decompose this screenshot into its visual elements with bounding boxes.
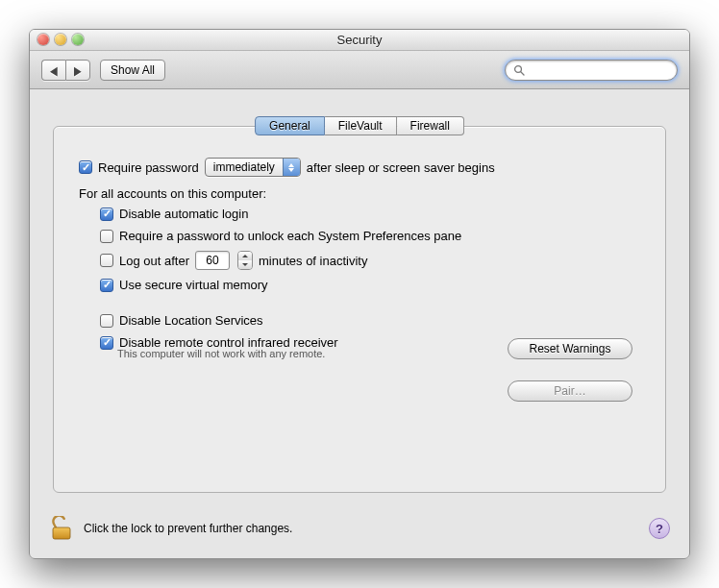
titlebar: Security: [30, 30, 689, 51]
tab-general[interactable]: General: [255, 116, 325, 135]
require-password-label: Require password: [98, 160, 199, 175]
require-password-suffix: after sleep or screen saver begins: [307, 160, 495, 175]
lock-icon[interactable]: [49, 516, 74, 541]
all-accounts-heading: For all accounts on this computer:: [79, 186, 640, 201]
require-password-prefs-label: Require a password to unlock each System…: [119, 229, 461, 243]
back-button[interactable]: ◀: [41, 60, 65, 81]
window-title: Security: [337, 33, 383, 47]
tab-filevault[interactable]: FileVault: [325, 116, 397, 135]
disable-location-row: Disable Location Services: [79, 313, 640, 328]
reset-warnings-button[interactable]: Reset Warnings: [508, 338, 632, 359]
log-out-suffix: minutes of inactivity: [259, 254, 367, 268]
disable-location-label: Disable Location Services: [119, 313, 263, 328]
svg-point-0: [515, 65, 522, 72]
svg-line-1: [521, 72, 524, 75]
general-pane: Require password immediately after sleep…: [53, 126, 666, 493]
log-out-prefix: Log out after: [119, 254, 189, 268]
chevron-left-icon: ◀: [50, 63, 58, 77]
chevron-right-icon: ▶: [74, 63, 82, 77]
search-icon: [513, 64, 525, 76]
select-value: immediately: [206, 160, 283, 174]
show-all-button[interactable]: Show All: [100, 60, 165, 81]
require-password-delay-select[interactable]: immediately: [205, 158, 301, 177]
log-out-minutes-input[interactable]: [200, 253, 225, 268]
minimize-window-button[interactable]: [55, 34, 66, 45]
tab-firewall[interactable]: Firewall: [397, 116, 464, 135]
require-password-row: Require password immediately after sleep…: [79, 158, 640, 177]
help-button[interactable]: ?: [649, 518, 670, 539]
secure-vm-checkbox[interactable]: [100, 279, 113, 292]
disable-auto-login-row: Disable automatic login: [79, 207, 640, 221]
require-password-checkbox[interactable]: [79, 160, 92, 174]
footer: Click the lock to prevent further change…: [49, 516, 670, 541]
select-arrows-icon: [283, 159, 300, 176]
lock-text: Click the lock to prevent further change…: [84, 522, 292, 535]
disable-ir-checkbox[interactable]: [100, 336, 113, 350]
secure-vm-row: Use secure virtual memory: [79, 278, 640, 292]
forward-button[interactable]: ▶: [65, 60, 90, 81]
tab-bar: General FileVault Firewall: [255, 116, 464, 135]
window-controls: [37, 34, 84, 45]
search-input[interactable]: [530, 62, 669, 78]
svg-rect-2: [53, 527, 70, 539]
secure-vm-label: Use secure virtual memory: [119, 278, 268, 292]
search-field[interactable]: [505, 60, 678, 81]
disable-auto-login-checkbox[interactable]: [100, 208, 113, 221]
security-preferences-window: Security ◀ ▶ Show All General FileVault …: [29, 29, 690, 559]
disable-auto-login-label: Disable automatic login: [119, 207, 248, 221]
nav-segmented-control: ◀ ▶: [41, 60, 90, 81]
pair-button[interactable]: Pair…: [508, 380, 632, 402]
require-password-prefs-checkbox[interactable]: [100, 230, 113, 243]
log-out-checkbox[interactable]: [100, 254, 113, 267]
log-out-minutes-field[interactable]: [195, 251, 230, 270]
log-out-row: Log out after minutes of inactivity: [79, 251, 640, 270]
toolbar: ◀ ▶ Show All: [30, 51, 689, 89]
zoom-window-button[interactable]: [72, 34, 84, 45]
log-out-stepper[interactable]: [237, 251, 253, 270]
stepper-down-icon[interactable]: [238, 260, 252, 269]
require-password-prefs-row: Require a password to unlock each System…: [79, 229, 640, 243]
stepper-up-icon[interactable]: [238, 252, 252, 260]
close-window-button[interactable]: [37, 34, 49, 45]
disable-location-checkbox[interactable]: [100, 314, 113, 328]
